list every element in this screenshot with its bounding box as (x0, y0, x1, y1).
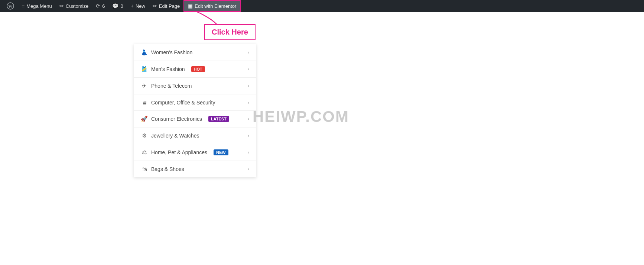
menu-item-bags-shoes[interactable]: 🛍 Bags & Shoes › (134, 161, 256, 177)
phone-telecom-icon: ✈ (141, 83, 147, 89)
chevron-right-icon: › (248, 83, 249, 88)
chevron-right-icon: › (248, 100, 249, 105)
svg-text:W: W (9, 4, 13, 9)
chevron-right-icon: › (248, 67, 249, 72)
menu-item-left: ✈ Phone & Telecom (141, 83, 192, 89)
click-here-annotation: Click Here (204, 24, 256, 40)
customize-icon: ✏ (59, 3, 64, 9)
hot-badge: HOT (191, 66, 205, 72)
edit-page-label: Edit Page (159, 3, 180, 9)
menu-item-computer-office[interactable]: 🖥 Computer, Office & Security › (134, 94, 256, 111)
updates-icon: ⟳ (96, 3, 100, 9)
edit-elementor-label: Edit with Elementor (195, 3, 236, 9)
customize-label: Customize (66, 3, 88, 9)
mega-menu-adminbar-item[interactable]: ≡ Mega Menu (18, 0, 56, 12)
updates-count: 6 (102, 3, 105, 9)
comments-count: 0 (120, 3, 123, 9)
mega-menu-icon: ≡ (22, 3, 25, 9)
mens-fashion-label: Men's Fashion (151, 66, 185, 72)
menu-item-left: 👗 Women's Fashion (141, 49, 192, 56)
chevron-right-icon: › (248, 133, 249, 138)
menu-item-left: 🛍 Bags & Shoes (141, 166, 184, 172)
home-pet-label: Home, Pet & Appliances (151, 149, 207, 155)
mega-menu-dropdown: 👗 Women's Fashion › 🎽 Men's Fashion HOT … (134, 44, 256, 177)
menu-item-left: ⚙ Jewellery & Watches (141, 132, 199, 139)
menu-item-mens-fashion[interactable]: 🎽 Men's Fashion HOT › (134, 61, 256, 78)
latest-badge: LATEST (208, 116, 229, 122)
main-content: Click Here 👗 Women's Fashion › 🎽 Men's F… (0, 0, 644, 265)
home-pet-icon: ⚖ (141, 149, 147, 156)
mens-fashion-icon: 🎽 (141, 66, 147, 72)
watermark: HEIWP.COM (253, 108, 349, 126)
menu-item-left: ⚖ Home, Pet & Appliances NEW (141, 149, 228, 156)
admin-bar: W ≡ Mega Menu ✏ Customize ⟳ 6 💬 0 + New … (0, 0, 644, 12)
computer-office-label: Computer, Office & Security (151, 100, 215, 106)
elementor-icon: ▣ (188, 3, 193, 9)
menu-item-womens-fashion[interactable]: 👗 Women's Fashion › (134, 44, 256, 61)
jewellery-watches-label: Jewellery & Watches (151, 133, 199, 139)
menu-item-left: 🖥 Computer, Office & Security (141, 99, 215, 106)
wp-logo[interactable]: W (3, 2, 18, 10)
edit-page-adminbar-item[interactable]: ✏ Edit Page (149, 0, 183, 12)
chevron-right-icon: › (248, 167, 249, 172)
updates-adminbar-item[interactable]: ⟳ 6 (92, 0, 108, 12)
comments-adminbar-item[interactable]: 💬 0 (108, 0, 127, 12)
customize-adminbar-item[interactable]: ✏ Customize (56, 0, 92, 12)
computer-office-icon: 🖥 (141, 99, 147, 106)
edit-page-icon: ✏ (153, 3, 157, 9)
new-adminbar-item[interactable]: + New (127, 0, 149, 12)
menu-item-left: 🚀 Consumer Electronics LATEST (141, 116, 229, 122)
consumer-electronics-icon: 🚀 (141, 116, 147, 122)
bags-shoes-icon: 🛍 (141, 166, 147, 172)
menu-item-phone-telecom[interactable]: ✈ Phone & Telecom › (134, 78, 256, 94)
new-label: New (136, 3, 145, 9)
new-icon: + (131, 3, 134, 9)
mega-menu-label: Mega Menu (26, 3, 52, 9)
chevron-right-icon: › (248, 116, 249, 122)
menu-item-consumer-electronics[interactable]: 🚀 Consumer Electronics LATEST › (134, 111, 256, 127)
new-badge: NEW (214, 149, 228, 155)
consumer-electronics-label: Consumer Electronics (151, 116, 202, 122)
comments-icon: 💬 (112, 3, 118, 9)
menu-item-jewellery-watches[interactable]: ⚙ Jewellery & Watches › (134, 127, 256, 144)
chevron-right-icon: › (248, 150, 249, 155)
watermark-text: HEIWP.COM (253, 108, 349, 125)
menu-item-left: 🎽 Men's Fashion HOT (141, 66, 205, 72)
edit-elementor-adminbar-item[interactable]: ▣ Edit with Elementor (183, 0, 241, 12)
click-here-text: Click Here (212, 28, 248, 36)
womens-fashion-label: Women's Fashion (151, 49, 192, 55)
womens-fashion-icon: 👗 (141, 49, 147, 56)
phone-telecom-label: Phone & Telecom (151, 83, 192, 89)
chevron-right-icon: › (248, 50, 249, 55)
jewellery-watches-icon: ⚙ (141, 132, 147, 139)
bags-shoes-label: Bags & Shoes (151, 166, 184, 172)
menu-item-home-pet[interactable]: ⚖ Home, Pet & Appliances NEW › (134, 144, 256, 161)
